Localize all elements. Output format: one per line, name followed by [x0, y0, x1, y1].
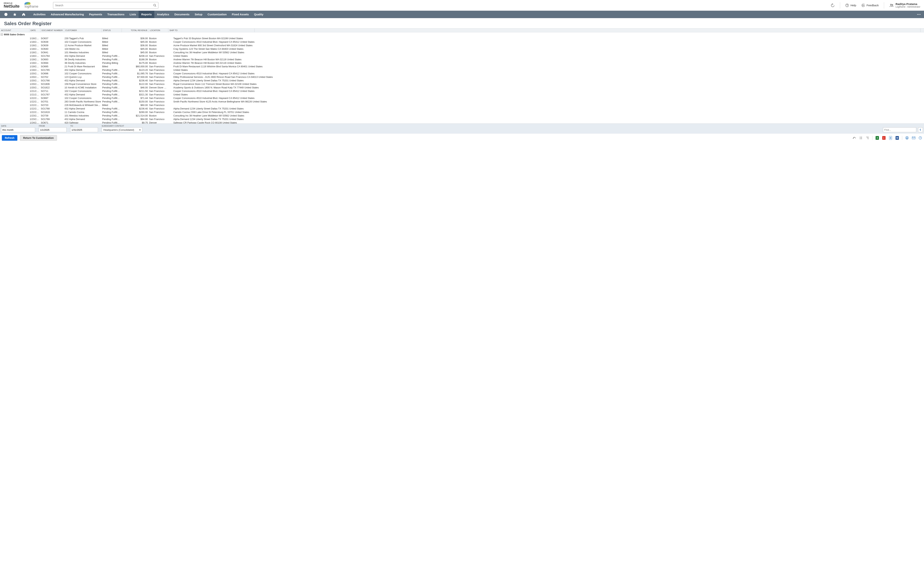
nav-lists[interactable]: Lists — [127, 11, 139, 18]
nav-more-icon[interactable] — [914, 14, 924, 15]
user-name: Raditya Pratama — [896, 2, 920, 6]
oracle-netsuite-logo[interactable]: ORACLE NetSuite — [4, 2, 20, 8]
export-excel-icon[interactable]: X — [875, 136, 879, 140]
nav-transactions[interactable]: Transactions — [105, 11, 127, 18]
table-row[interactable]: 1/18/2025SO1764432 Alpha DemandPending F… — [0, 54, 924, 58]
col-status[interactable]: STATUS — [102, 29, 122, 32]
collapse-icon[interactable]: − — [1, 33, 3, 36]
partner-logo[interactable]: logiframe — [25, 2, 38, 9]
table-row[interactable]: 1/24/2025SO671420 SafewayPending Fulfill… — [0, 121, 924, 123]
svg-rect-21 — [867, 138, 869, 138]
cell-date: 1/19/2025 — [29, 65, 40, 68]
cell-shipto: United States — [168, 68, 924, 72]
filter-to-input[interactable] — [70, 127, 98, 132]
cell-customer: 104 Meetz inc. — [64, 47, 102, 51]
nav-activities[interactable]: Activities — [31, 11, 48, 18]
home-icon[interactable] — [22, 13, 26, 16]
col-account[interactable]: ACCOUNT — [0, 29, 29, 32]
export-word-icon[interactable]: W — [896, 136, 899, 140]
wrench-icon[interactable]: ▾ — [852, 136, 856, 140]
filter-subsidiary-select[interactable]: Headquarters (Consolidated) ▾ — [102, 127, 142, 132]
col-location[interactable]: LOCATION — [148, 29, 168, 32]
col-date[interactable]: DATE — [29, 29, 40, 32]
table-row[interactable]: 1/18/2025SO640104 Meetz inc.Billed$45.00… — [0, 47, 924, 51]
cell-account — [0, 65, 29, 68]
cell-shipto: Andrew Warren 7th Beacon Hill Boston MA … — [168, 58, 924, 61]
table-row[interactable]: 1/22/2025SO1768432 Alpha DemandPending F… — [0, 107, 924, 110]
col-revenue[interactable]: TOTAL REVENUE — [122, 29, 148, 32]
group-row[interactable]: − 9006 Sales Orders — [0, 32, 924, 37]
col-shipto[interactable]: SHIP TO — [168, 29, 255, 32]
table-row[interactable]: 1/19/2025SO69336 Devify IndustriesPendin… — [0, 58, 924, 61]
cell-date: 1/22/2025 — [29, 100, 40, 103]
table-row[interactable]: 1/20/2025SO1766432 Alpha DemandPending F… — [0, 79, 924, 82]
cell-location: San Francisco — [148, 117, 168, 121]
recent-icon[interactable] — [831, 3, 835, 8]
svg-rect-15 — [860, 137, 862, 137]
nav-reports[interactable]: Reports — [139, 11, 154, 18]
nav-setup[interactable]: Setup — [192, 11, 205, 18]
col-docnum[interactable]: DOCUMENT NUMBER — [40, 29, 64, 32]
nav-payments[interactable]: Payments — [87, 11, 105, 18]
table-row[interactable]: 1/23/2025SO739101 Meedoo IndustriesPendi… — [0, 114, 924, 117]
cell-customer: 102 Cooper Concessions — [64, 89, 102, 93]
nav-advanced-manufacturing[interactable]: Advanced Manufacturing — [48, 11, 87, 18]
svg-point-0 — [154, 4, 156, 6]
feedback-link[interactable]: Feedback — [861, 3, 879, 7]
table-row[interactable]: 1/19/2025SO69436 Devify IndustriesPendin… — [0, 61, 924, 65]
history-icon[interactable] — [4, 13, 8, 16]
table-row[interactable]: 1/20/2025SO696102 Cooper ConcessionsPend… — [0, 72, 924, 75]
user-menu[interactable]: Raditya Pratama Logiframe - Administrato… — [889, 2, 920, 8]
export-pdf-icon[interactable]: ▸ — [882, 136, 886, 140]
cell-date: 1/19/2025 — [29, 68, 40, 72]
export-doc-icon[interactable] — [889, 136, 892, 140]
table-row[interactable]: 1/19/2025SO1765432 Alpha DemandPending F… — [0, 68, 924, 72]
cell-location: San Francisco — [148, 82, 168, 86]
print-icon[interactable] — [905, 136, 909, 140]
indent-icon[interactable] — [866, 136, 869, 140]
table-row[interactable]: 1/18/2025SO637230 Taggert's PubBilled$36… — [0, 37, 924, 40]
report-data-area[interactable]: − 9006 Sales Orders 1/18/2025SO637230 Ta… — [0, 32, 924, 123]
col-customer[interactable]: CUSTOMER — [64, 29, 102, 32]
table-row[interactable]: 1/22/2025SO701283 Smith Pacific Northwes… — [0, 100, 924, 103]
table-row[interactable]: 1/20/2025SO702123 Quimm LLpPending Fulfi… — [0, 75, 924, 79]
nav-quality[interactable]: Quality — [251, 11, 266, 18]
filter-from-input[interactable] — [39, 127, 66, 132]
cell-account — [0, 58, 29, 61]
table-row[interactable]: 1/20/2025SO182210 Xenith & ACME Installa… — [0, 86, 924, 89]
return-to-customization-button[interactable]: Return To Customization — [20, 135, 57, 141]
nav-analytics[interactable]: Analytics — [154, 11, 172, 18]
cell-doc: SO1764 — [40, 54, 64, 58]
col-scroll-spacer — [920, 29, 924, 32]
table-row[interactable]: 1/22/2025SO720226 McEdwards & Whitwell S… — [0, 103, 924, 107]
email-icon[interactable] — [912, 136, 915, 140]
star-icon[interactable] — [13, 13, 16, 16]
help-link[interactable]: Help — [845, 3, 856, 7]
schedule-icon[interactable] — [918, 136, 922, 140]
table-row[interactable]: 1/18/2025SO641101 Meedoo IndustriesBille… — [0, 51, 924, 54]
find-input[interactable] — [883, 127, 916, 132]
refresh-button[interactable]: Refresh — [2, 135, 17, 141]
cell-status: Billed — [102, 103, 122, 107]
cell-location: San Francisco — [148, 107, 168, 110]
cell-status: Pending Fulfillment — [102, 82, 122, 86]
table-row[interactable]: 1/23/2025SO1769432 Alpha DemandPending F… — [0, 117, 924, 121]
collapse-filters-button[interactable] — [918, 127, 923, 132]
table-row[interactable]: 1/22/2025SO181911 Camido CocinaPending F… — [0, 110, 924, 114]
global-search-input[interactable] — [53, 2, 158, 9]
nav-documents[interactable]: Documents — [172, 11, 192, 18]
table-row[interactable]: 1/20/2025SO1806159 Royal Convenience Sto… — [0, 82, 924, 86]
nav-fixed-assets[interactable]: Fixed Assets — [229, 11, 251, 18]
table-row[interactable]: 1/18/2025SO63912 Acme Produce MarketBill… — [0, 44, 924, 47]
filter-date-input[interactable] — [1, 127, 35, 132]
page-title: Sales Order Register — [0, 18, 924, 28]
table-row[interactable]: 1/18/2025SO638102 Cooper ConcessionsBill… — [0, 40, 924, 44]
nav-customization[interactable]: Customization — [205, 11, 229, 18]
cell-date: 1/18/2025 — [29, 54, 40, 58]
table-row[interactable]: 1/19/2025SO69521 Frutti Di Mare Restaura… — [0, 65, 924, 68]
outdent-icon[interactable] — [859, 136, 862, 140]
table-row[interactable]: 1/21/2025SO711102 Cooper ConcessionsPend… — [0, 89, 924, 93]
table-row[interactable]: 1/22/2025SO697102 Cooper ConcessionsPend… — [0, 96, 924, 100]
table-row[interactable]: 1/21/2025SO1767432 Alpha DemandPending F… — [0, 93, 924, 96]
search-icon[interactable] — [153, 4, 156, 7]
